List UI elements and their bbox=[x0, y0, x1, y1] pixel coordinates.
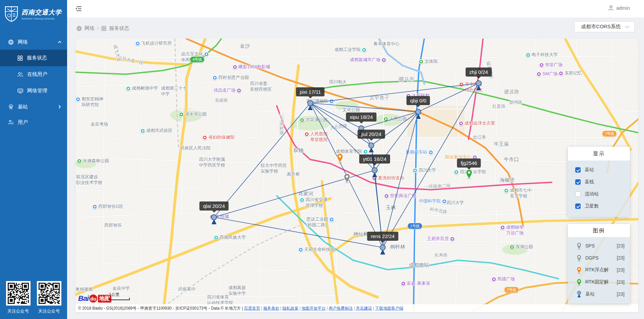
cors-system-select[interactable]: 成都市CORS系统 bbox=[574, 21, 635, 32]
breadcrumb-separator: / bbox=[97, 26, 99, 31]
user-menu[interactable]: admin bbox=[608, 5, 630, 11]
baidu-logo-bai: Bai bbox=[78, 294, 89, 303]
qr-code-2 bbox=[37, 281, 61, 306]
station-marker-rens[interactable] bbox=[378, 244, 387, 257]
top-bar: admin bbox=[67, 0, 644, 17]
map-scale-text: 1公里 bbox=[109, 292, 119, 297]
sidebar-item-network[interactable]: 网络 bbox=[0, 34, 67, 50]
sidebar-item-label: 服务状态 bbox=[27, 55, 62, 61]
checkbox[interactable] bbox=[575, 191, 581, 197]
map-canvas[interactable]: 飞机设计研究所金沙晶元宝文化休闲广场日月大道一段成飞大道峨影1958电影城西村创… bbox=[75, 39, 638, 312]
sidebar-menu: 网络服务状态在线用户网络管理基站用户 bbox=[0, 34, 67, 130]
station-label-rens: rens 22/24 bbox=[367, 232, 398, 241]
display-option-label: 基站 bbox=[585, 167, 594, 173]
station-marker-jiul[interactable] bbox=[367, 142, 376, 154]
rover-marker[interactable] bbox=[336, 153, 344, 165]
app-subtitle: Southwest Jiaotong University bbox=[21, 17, 62, 20]
display-option-卫星数[interactable]: 卫星数 bbox=[568, 200, 630, 212]
sidebar-item-label: 基站 bbox=[18, 104, 54, 110]
pin-icon bbox=[575, 266, 583, 274]
legend-count: [23] bbox=[617, 291, 625, 297]
legend-count: [23] bbox=[617, 267, 625, 273]
qr-caption: 关注公众号 bbox=[36, 308, 62, 314]
attribution-link[interactable]: 隐私政策 bbox=[282, 306, 299, 311]
sidebar-item-label: 在线用户 bbox=[27, 71, 62, 78]
legend-count: [23] bbox=[617, 279, 625, 285]
sidebar-item-online-users[interactable]: 在线用户 bbox=[0, 66, 67, 83]
station-marker-qlai[interactable] bbox=[210, 214, 218, 226]
station-marker-pixi[interactable] bbox=[306, 100, 315, 112]
tower-icon bbox=[575, 291, 583, 298]
legend-label: 基站 bbox=[583, 291, 617, 297]
grid-icon bbox=[101, 26, 106, 31]
attribution-text: © 2018 Baidu - GS(2016)2089号 - 甲测资字11009… bbox=[78, 306, 243, 311]
station-marker-zhji[interactable] bbox=[474, 80, 483, 92]
rover-label: fjg2546 bbox=[457, 158, 481, 168]
display-option-label: 卫星数 bbox=[585, 203, 599, 209]
station-marker-yt01[interactable] bbox=[370, 167, 379, 179]
baidu-logo-du: du bbox=[89, 294, 97, 303]
legend-panel-title: 图例 bbox=[568, 224, 630, 237]
legend-item-SPS: SPS[23] bbox=[568, 240, 630, 252]
sidebar-item-label: 网络 bbox=[18, 39, 54, 45]
map-scale: 1公里 bbox=[109, 292, 130, 300]
menu-fold-icon[interactable] bbox=[75, 5, 82, 13]
breadcrumb-section[interactable]: 网络 bbox=[85, 25, 95, 32]
sidebar-item-network-mgmt[interactable]: 网络管理 bbox=[0, 83, 67, 99]
attribution-link[interactable]: 商户免费标注 bbox=[329, 306, 353, 311]
sidebar-item-users[interactable]: 用户 bbox=[0, 115, 67, 130]
baidu-maps-logo[interactable]: Bai du 地图 bbox=[78, 294, 111, 303]
legend-item-RTK固定解: RTK固定解[23] bbox=[568, 276, 630, 288]
pin-icon bbox=[575, 278, 583, 286]
display-option-基线[interactable]: 基线 bbox=[568, 176, 630, 188]
university-logo: 西南交通大学 Southwest Jiaotong University bbox=[0, 0, 67, 27]
attribution-link[interactable]: 百度首页 bbox=[244, 306, 260, 311]
pin-icon bbox=[575, 242, 583, 250]
pin-icon bbox=[575, 254, 583, 262]
checkbox[interactable] bbox=[575, 203, 581, 209]
baseline-lines bbox=[75, 39, 638, 312]
checkbox[interactable] bbox=[575, 179, 581, 185]
map-scale-bar bbox=[109, 298, 130, 300]
legend-label: RTK固定解 bbox=[583, 279, 617, 285]
legend-label: RTK浮点解 bbox=[583, 267, 617, 273]
chevron-down-icon bbox=[625, 24, 629, 28]
legend-item-RTK浮点解: RTK浮点解[23] bbox=[568, 264, 630, 276]
qr-caption: 关注公众号 bbox=[5, 308, 31, 314]
attribution-link[interactable]: 下载地图客户端 bbox=[375, 306, 403, 311]
attribution-link[interactable]: 地图开放平台 bbox=[302, 306, 326, 311]
station-label-jiul: jiul 20/24 bbox=[358, 130, 385, 139]
display-option-label: 流动站 bbox=[585, 191, 599, 197]
globe-icon bbox=[76, 26, 82, 31]
display-panel-title: 显示 bbox=[568, 147, 630, 161]
app-title: 西南交通大学 bbox=[21, 8, 62, 17]
university-crest-icon bbox=[4, 5, 19, 22]
display-option-流动站[interactable]: 流动站 bbox=[568, 188, 630, 200]
attribution-link[interactable]: 意见建议 bbox=[356, 306, 372, 311]
attribution-links: 百度首页|服务条款|隐私政策|地图开放平台|商户免费标注|意见建议|下载地图客户… bbox=[243, 306, 404, 311]
attribution-link[interactable]: 服务条款 bbox=[263, 306, 279, 311]
chevron-up-icon bbox=[58, 40, 62, 44]
sidebar-item-base-station[interactable]: 基站 bbox=[0, 99, 67, 115]
station-label-qlai: qlai 20/24 bbox=[199, 201, 228, 211]
display-option-label: 基线 bbox=[585, 179, 594, 185]
rover-marker[interactable] bbox=[343, 173, 351, 185]
station-label-qbji: qbji 0/0 bbox=[407, 96, 430, 105]
sidebar-item-service-status[interactable]: 服务状态 bbox=[0, 50, 67, 66]
station-label-zhji: zhji 0/24 bbox=[466, 67, 492, 77]
checkbox[interactable] bbox=[575, 167, 581, 173]
sidebar: 西南交通大学 Southwest Jiaotong University 网络服… bbox=[0, 0, 67, 319]
breadcrumb-page[interactable]: 服务状态 bbox=[109, 25, 129, 32]
rover-marker[interactable] bbox=[465, 169, 473, 181]
station-label-pixi: pixi 17/11 bbox=[296, 87, 324, 96]
station-label-yt01: yt01 16/24 bbox=[359, 154, 390, 164]
cors-system-value: 成都市CORS系统 bbox=[581, 24, 621, 30]
map-attribution: © 2018 Baidu - GS(2016)2089号 - 甲测资字11009… bbox=[75, 304, 638, 312]
station-marker-qbji[interactable] bbox=[414, 109, 423, 121]
display-option-基站[interactable]: 基站 bbox=[568, 164, 630, 176]
sidebar-item-label: 用户 bbox=[18, 119, 62, 126]
breadcrumb: 网络 / 服务状态 bbox=[76, 25, 129, 32]
legend-count: [23] bbox=[617, 243, 625, 248]
qr-section: 关注公众号 关注公众号 bbox=[0, 281, 67, 314]
username: admin bbox=[616, 5, 630, 11]
